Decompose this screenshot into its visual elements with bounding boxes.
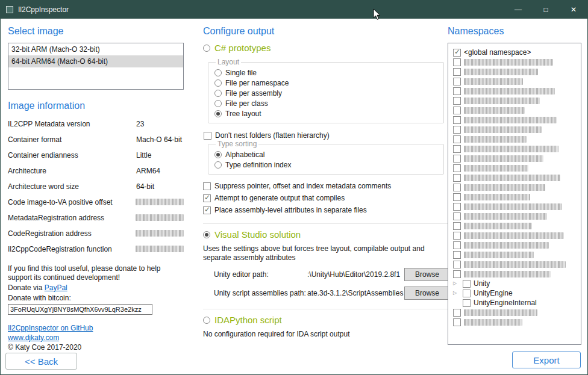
namespace-item[interactable]: UnityEngineInternal	[453, 298, 581, 308]
export-button[interactable]: Export	[512, 352, 581, 368]
namespace-item-redacted[interactable]	[453, 105, 581, 115]
namespace-item-redacted[interactable]	[453, 67, 581, 76]
redacted-value	[136, 230, 184, 237]
radio-label: Single file	[225, 69, 257, 77]
namespace-item[interactable]: ▷UnityEngine	[453, 288, 581, 298]
checkbox-icon	[453, 318, 461, 326]
namespace-label: UnityEngineInternal	[474, 299, 537, 307]
namespace-item-redacted[interactable]	[453, 308, 581, 317]
info-row: Il2CppCodeRegistration function	[8, 245, 184, 261]
image-info-table: IL2CPP Metadata version23Container forma…	[8, 120, 184, 261]
namespace-item-redacted[interactable]	[453, 125, 581, 134]
namespace-item-redacted[interactable]	[453, 76, 581, 86]
info-value	[136, 229, 184, 237]
left-column: Select image 32-bit ARM (Mach-O 32-bit)6…	[8, 26, 184, 352]
flatten-checkbox[interactable]: Don't nest folders (flatten hierarchy)	[204, 131, 450, 140]
output-option-checkbox[interactable]: Attempt to generate output that compiles	[203, 194, 450, 202]
minimize-button[interactable]: —	[504, 1, 532, 19]
namespace-item-redacted[interactable]	[453, 221, 581, 231]
info-label: Architecture word size	[8, 182, 136, 191]
type-sorting-groupbox: Type sorting AlphabeticalType definition…	[208, 140, 444, 175]
unity-script-path-value: ate.3d-3.1.2\ScriptAssemblies	[307, 289, 404, 297]
csharp-prototypes-radio[interactable]: C# prototypes	[203, 43, 450, 53]
redacted-label	[464, 136, 527, 143]
output-option-checkbox[interactable]: Place assembly-level attributes in separ…	[203, 206, 450, 214]
output-option-checkbox[interactable]: Suppress pointer, offset and index metad…	[203, 182, 450, 190]
configure-output-heading: Configure output	[203, 26, 450, 37]
info-row: Code image-to-VA positive offset	[8, 198, 184, 214]
checkbox-icon	[453, 78, 461, 85]
radio-label: Alphabetical	[225, 150, 264, 159]
layout-option[interactable]: File per class	[214, 99, 443, 108]
bitcoin-address-input[interactable]	[8, 304, 152, 315]
type-sorting-option[interactable]: Alphabetical	[214, 150, 443, 159]
redacted-label	[464, 175, 560, 181]
namespace-item-redacted[interactable]	[453, 134, 581, 144]
image-listbox[interactable]: 32-bit ARM (Mach-O 32-bit)64-bit ARM64 (…	[8, 43, 184, 90]
namespace-item-redacted[interactable]	[453, 173, 581, 182]
layout-option[interactable]: Tree layout	[214, 110, 443, 118]
info-row: Architecture word size64-bit	[8, 182, 184, 198]
namespace-item-redacted[interactable]	[453, 115, 581, 125]
layout-option[interactable]: File per namespace	[214, 79, 443, 87]
info-label: CodeRegistration address	[8, 229, 136, 238]
paypal-link[interactable]: PayPal	[45, 284, 67, 292]
unity-editor-browse-button[interactable]: Browse	[404, 268, 450, 281]
radio-icon	[214, 79, 222, 87]
namespace-item-redacted[interactable]	[453, 240, 581, 250]
back-button[interactable]: << Back	[5, 353, 77, 370]
radio-icon	[203, 317, 210, 324]
type-sorting-option[interactable]: Type definition index	[214, 161, 443, 169]
info-value	[136, 214, 184, 221]
expander-icon[interactable]: ▷	[453, 279, 460, 288]
middle-column: Configure output C# prototypes Layout Si…	[203, 26, 450, 339]
checkbox-icon	[453, 164, 461, 172]
namespace-label: UnityEngine	[474, 289, 513, 297]
namespace-item-redacted[interactable]	[453, 192, 581, 202]
namespace-item-redacted[interactable]	[453, 144, 581, 153]
visual-studio-radio[interactable]: Visual Studio solution	[203, 229, 450, 240]
namespace-item-redacted[interactable]	[453, 259, 581, 269]
layout-option[interactable]: Single file	[214, 69, 443, 77]
checkbox-icon	[463, 290, 471, 297]
namespace-item-redacted[interactable]	[453, 231, 581, 240]
namespace-item[interactable]: <global namespace>	[453, 48, 581, 57]
namespace-item-redacted[interactable]	[453, 269, 581, 279]
checkbox-icon	[453, 155, 461, 163]
namespace-item-redacted[interactable]	[453, 163, 581, 173]
namespace-item-redacted[interactable]	[453, 250, 581, 259]
maximize-button[interactable]: □	[532, 1, 560, 19]
redacted-label	[464, 98, 540, 104]
expander-icon[interactable]: ▷	[453, 288, 460, 298]
namespace-list[interactable]: <global namespace>▷Unity▷UnityEngineUnit…	[448, 43, 581, 345]
namespace-item-redacted[interactable]	[453, 317, 581, 327]
image-list-item[interactable]: 32-bit ARM (Mach-O 32-bit)	[8, 43, 183, 55]
close-button[interactable]: ✕	[560, 1, 587, 19]
redacted-label	[464, 261, 566, 268]
mouse-cursor	[373, 8, 381, 20]
checkbox-icon	[453, 241, 461, 249]
radio-icon	[203, 45, 210, 52]
info-value: Little	[136, 151, 184, 160]
namespace-item-redacted[interactable]	[453, 153, 581, 163]
image-list-item[interactable]: 64-bit ARM64 (Mach-O 64-bit)	[8, 55, 183, 67]
unity-script-browse-button[interactable]: Browse	[404, 287, 450, 300]
github-link[interactable]: Il2CppInspector on GitHub	[8, 324, 93, 332]
namespace-item-redacted[interactable]	[453, 211, 581, 221]
bitcoin-label: Donate with bitcoin:	[8, 294, 184, 303]
namespace-item-redacted[interactable]	[453, 57, 581, 67]
namespace-item-redacted[interactable]	[453, 182, 581, 192]
namespace-item-redacted[interactable]	[453, 86, 581, 96]
idapython-radio[interactable]: IDAPython script	[203, 315, 450, 325]
checkbox-icon	[453, 251, 461, 259]
radio-label: File per namespace	[225, 79, 289, 87]
namespace-item-redacted[interactable]	[453, 96, 581, 105]
checkbox-icon	[453, 68, 461, 76]
namespace-item[interactable]: ▷Unity	[453, 279, 581, 288]
info-row: CodeRegistration address	[8, 229, 184, 245]
checkbox-icon	[453, 193, 461, 201]
layout-option[interactable]: File per assembly	[214, 89, 443, 98]
namespace-item-redacted[interactable]	[453, 202, 581, 211]
image-information-heading: Image information	[8, 101, 184, 111]
website-link[interactable]: www.djkaty.com	[8, 333, 59, 342]
